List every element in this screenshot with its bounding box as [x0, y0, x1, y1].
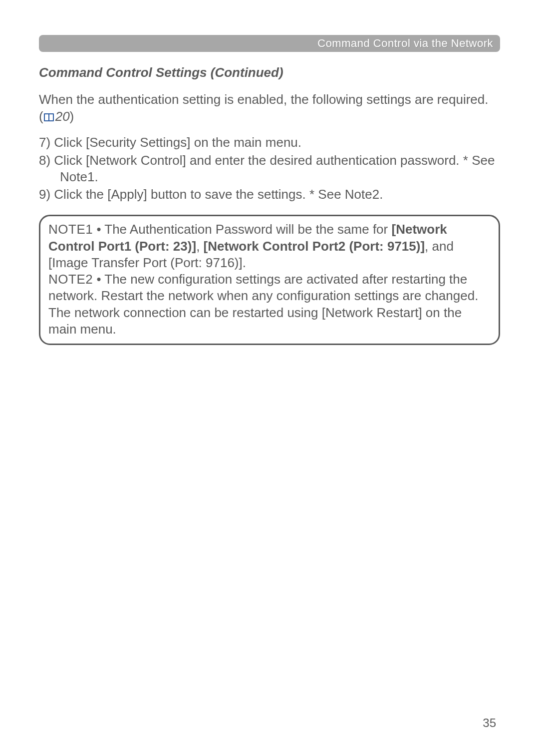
ui-network-restart: Network Restart [325, 305, 418, 320]
ui-open: [ [322, 305, 325, 320]
note-1: NOTE1 • The Authentication Password will… [48, 221, 491, 271]
page-number: 35 [483, 716, 496, 730]
note-box: NOTE1 • The Authentication Password will… [39, 215, 500, 345]
ref-open: ( [39, 109, 43, 124]
section-title: Command Control Settings (Continued) [39, 65, 500, 80]
step-text: on the main menu. [190, 135, 301, 150]
step-7: 7) Click [Security Settings] on the main… [39, 134, 500, 151]
step-8: 8) Click [Network Control] and enter the… [39, 152, 500, 186]
ref-number: 20 [55, 109, 70, 124]
step-text: 8) Click [39, 153, 86, 168]
ui-open: [ [107, 187, 111, 202]
svg-rect-1 [48, 114, 49, 121]
note-2: NOTE2 • The new configuration settings a… [48, 271, 491, 338]
ui-close: ] [420, 239, 425, 254]
note1-comma: , [196, 239, 203, 254]
step-text: 9) Click the [39, 187, 107, 202]
ui-apply: Apply [111, 187, 144, 202]
steps-list: 7) Click [Security Settings] on the main… [39, 134, 500, 203]
breadcrumb: Command Control via the Network [317, 37, 493, 49]
step-text: button to save the settings. * See Note2… [147, 187, 383, 202]
step-9: 9) Click the [Apply] button to save the … [39, 186, 500, 203]
ui-network-control-port2: Network Control Port2 (Port: 9715) [208, 239, 420, 254]
ui-open: [ [204, 239, 208, 254]
ref-close: ) [70, 109, 74, 124]
ui-security-settings: Security Settings [89, 135, 187, 150]
step-text: 7) Click [39, 135, 86, 150]
ui-network-control: Network Control [89, 153, 182, 168]
ui-close: ] [239, 255, 243, 270]
note1-label: NOTE1 [48, 222, 93, 237]
note1-text-a: • The Authentication Password will be th… [93, 222, 391, 237]
ui-image-transfer-port: Image Transfer Port (Port: 9716) [52, 255, 239, 270]
note1-and: , and [425, 239, 454, 254]
ui-close: ] [192, 239, 196, 254]
note1-period: . [243, 255, 246, 270]
header-bar: Command Control via the Network [39, 35, 500, 52]
book-icon [43, 110, 54, 125]
ui-close: ] [183, 153, 186, 168]
reference-link: ( 20) [39, 109, 500, 125]
intro-paragraph: When the authentication setting is enabl… [39, 91, 500, 108]
ui-close: ] [144, 187, 147, 202]
ui-open: [ [391, 222, 396, 237]
note2-label: NOTE2 [48, 272, 93, 287]
ui-close: ] [418, 305, 422, 320]
